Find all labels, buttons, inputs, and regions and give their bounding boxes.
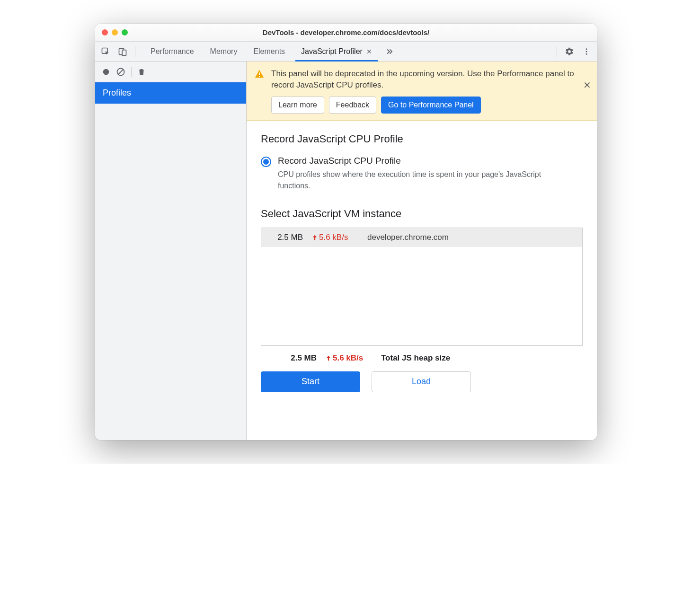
go-to-performance-button[interactable]: Go to Performance Panel xyxy=(381,97,481,114)
record-icon[interactable] xyxy=(102,68,110,76)
sidebar-toolbar xyxy=(95,62,246,82)
vm-instance-list: 2.5 MB 5.6 kB/s developer.chrome.com xyxy=(261,228,583,346)
arrow-up-icon xyxy=(325,355,332,361)
more-tabs-icon[interactable] xyxy=(381,44,397,59)
profiles-sidebar: Profiles xyxy=(95,62,247,440)
deprecation-banner: This panel will be deprecated in the upc… xyxy=(247,62,597,121)
total-rate: 5.6 kB/s xyxy=(325,353,373,363)
arrow-up-icon xyxy=(311,234,318,241)
devtools-tabbar: Performance Memory Elements JavaScript P… xyxy=(95,42,597,62)
inspect-element-icon[interactable] xyxy=(98,44,113,59)
separator xyxy=(557,46,557,57)
window-title: DevTools - developer.chrome.com/docs/dev… xyxy=(95,28,597,36)
tab-label: Memory xyxy=(210,47,238,56)
svg-rect-10 xyxy=(259,76,260,77)
trash-icon[interactable] xyxy=(137,68,146,76)
total-heap-row: 2.5 MB 5.6 kB/s Total JS heap size xyxy=(261,346,583,371)
window-titlebar: DevTools - developer.chrome.com/docs/dev… xyxy=(95,24,597,42)
panel-tabs: Performance Memory Elements JavaScript P… xyxy=(145,42,378,61)
tab-performance[interactable]: Performance xyxy=(145,42,200,61)
separator xyxy=(131,67,132,77)
tab-elements[interactable]: Elements xyxy=(248,42,291,61)
total-label: Total JS heap size xyxy=(381,353,450,363)
svg-point-3 xyxy=(586,48,587,50)
warning-icon xyxy=(254,69,265,79)
start-button[interactable]: Start xyxy=(261,371,360,392)
sidebar-item-label: Profiles xyxy=(103,88,131,97)
content-area: This panel will be deprecated in the upc… xyxy=(247,62,597,440)
tab-label: Elements xyxy=(253,47,285,56)
svg-point-5 xyxy=(586,53,587,54)
option-description: CPU profiles show where the execution ti… xyxy=(278,169,543,192)
svg-rect-9 xyxy=(259,72,260,75)
vm-heading: Select JavaScript VM instance xyxy=(261,208,583,220)
vm-heap-rate: 5.6 kB/s xyxy=(311,233,359,242)
option-label: Record JavaScript CPU Profile xyxy=(278,156,543,166)
banner-text: This panel will be deprecated in the upc… xyxy=(271,68,576,91)
profile-type-option[interactable]: Record JavaScript CPU Profile CPU profil… xyxy=(261,156,583,192)
total-size: 2.5 MB xyxy=(284,353,317,363)
clear-icon[interactable] xyxy=(116,67,125,77)
svg-line-8 xyxy=(118,70,123,74)
maximize-window-button[interactable] xyxy=(122,29,128,35)
vm-host: developer.chrome.com xyxy=(367,233,449,242)
load-button[interactable]: Load xyxy=(372,371,471,392)
tab-memory[interactable]: Memory xyxy=(204,42,243,61)
tab-label: JavaScript Profiler xyxy=(301,47,363,56)
tab-javascript-profiler[interactable]: JavaScript Profiler ✕ xyxy=(295,42,378,61)
vm-heap-size: 2.5 MB xyxy=(270,233,303,242)
sidebar-item-profiles[interactable]: Profiles xyxy=(95,82,246,104)
action-buttons: Start Load xyxy=(261,371,583,392)
separator xyxy=(135,46,135,57)
settings-icon[interactable] xyxy=(562,44,577,59)
svg-rect-2 xyxy=(122,50,126,55)
learn-more-button[interactable]: Learn more xyxy=(271,97,324,114)
main-split: Profiles This panel will be deprecated i… xyxy=(95,62,597,440)
radio-icon xyxy=(261,157,271,167)
minimize-window-button[interactable] xyxy=(112,29,118,35)
device-toggle-icon[interactable] xyxy=(115,44,130,59)
banner-body: This panel will be deprecated in the upc… xyxy=(271,68,576,114)
window-controls xyxy=(102,29,128,35)
vm-instance-row[interactable]: 2.5 MB 5.6 kB/s developer.chrome.com xyxy=(261,228,582,247)
kebab-menu-icon[interactable] xyxy=(579,44,594,59)
feedback-button[interactable]: Feedback xyxy=(329,97,376,114)
close-banner-icon[interactable]: ✕ xyxy=(583,79,591,91)
panel-heading: Record JavaScript CPU Profile xyxy=(261,133,583,145)
tab-label: Performance xyxy=(151,47,194,56)
close-window-button[interactable] xyxy=(102,29,108,35)
rate-value: 5.6 kB/s xyxy=(319,233,348,242)
rate-value: 5.6 kB/s xyxy=(333,353,363,363)
profiler-panel: Record JavaScript CPU Profile Record Jav… xyxy=(247,121,597,440)
svg-point-6 xyxy=(103,69,109,75)
svg-point-4 xyxy=(586,51,587,52)
devtools-window: DevTools - developer.chrome.com/docs/dev… xyxy=(95,24,597,440)
close-tab-icon[interactable]: ✕ xyxy=(366,48,372,55)
banner-buttons: Learn more Feedback Go to Performance Pa… xyxy=(271,97,576,114)
